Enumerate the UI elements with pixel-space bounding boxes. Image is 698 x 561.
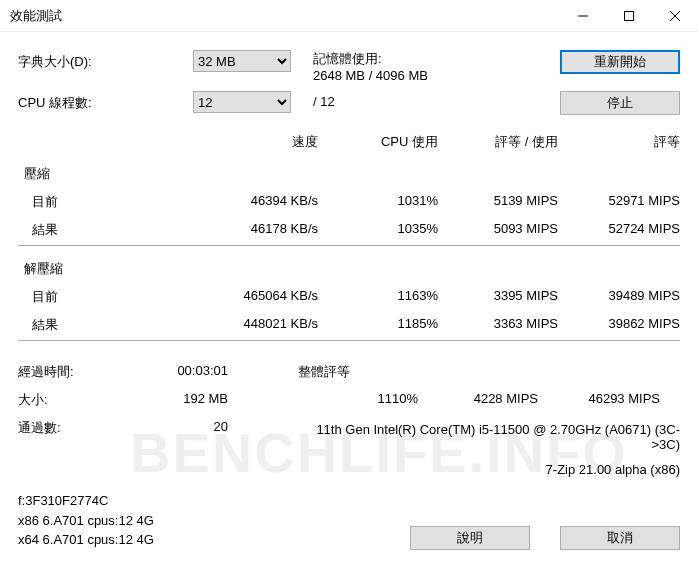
sys-line-2: x86 6.A701 cpus:12 4G bbox=[18, 511, 410, 531]
threads-total: / 12 bbox=[291, 91, 558, 109]
svg-rect-1 bbox=[625, 11, 634, 20]
threads-label: CPU 線程數: bbox=[18, 91, 193, 112]
cell-cpu: 1031% bbox=[318, 193, 438, 211]
cell-rating: 39862 MIPS bbox=[558, 316, 680, 334]
maximize-button[interactable] bbox=[606, 0, 652, 32]
passes-label: 通過數: bbox=[18, 419, 148, 437]
divider bbox=[18, 340, 680, 341]
stop-button[interactable]: 停止 bbox=[560, 91, 680, 115]
restart-button[interactable]: 重新開始 bbox=[560, 50, 680, 74]
elapsed-value: 00:03:01 bbox=[148, 363, 228, 381]
cell-cpu: 1163% bbox=[318, 288, 438, 306]
elapsed-label: 經過時間: bbox=[18, 363, 148, 381]
overall-rating: 46293 MIPS bbox=[538, 391, 660, 406]
minimize-button[interactable] bbox=[560, 0, 606, 32]
cell-cpu: 1185% bbox=[318, 316, 438, 334]
dict-size-select[interactable]: 32 MB bbox=[193, 50, 291, 72]
cpu-info-text: 11th Gen Intel(R) Core(TM) i5-11500 @ 2.… bbox=[298, 422, 680, 452]
close-button[interactable] bbox=[652, 0, 698, 32]
cell-rate: 5139 MIPS bbox=[438, 193, 558, 211]
decompress-section-label: 解壓縮 bbox=[18, 260, 680, 278]
row-label: 結果 bbox=[18, 316, 178, 334]
cell-cpu: 1035% bbox=[318, 221, 438, 239]
cell-speed: 46394 KB/s bbox=[178, 193, 318, 211]
sys-line-3: x64 6.A701 cpus:12 4G bbox=[18, 530, 410, 550]
cell-rate: 5093 MIPS bbox=[438, 221, 558, 239]
window-title: 效能測試 bbox=[10, 7, 560, 25]
memory-value: 2648 MB / 4096 MB bbox=[313, 68, 558, 83]
row-label: 目前 bbox=[18, 288, 178, 306]
table-row: 結果 46178 KB/s 1035% 5093 MIPS 52724 MIPS bbox=[18, 221, 680, 239]
cell-speed: 465064 KB/s bbox=[178, 288, 318, 306]
zip-info-text: 7-Zip 21.00 alpha (x86) bbox=[298, 462, 680, 477]
cell-rating: 52971 MIPS bbox=[558, 193, 680, 211]
size-label: 大小: bbox=[18, 391, 148, 409]
threads-select[interactable]: 12 bbox=[193, 91, 291, 113]
dict-size-label: 字典大小(D): bbox=[18, 50, 193, 71]
overall-row: 1110% 4228 MIPS 46293 MIPS bbox=[298, 391, 680, 406]
row-label: 目前 bbox=[18, 193, 178, 211]
cell-rate: 3395 MIPS bbox=[438, 288, 558, 306]
help-button[interactable]: 說明 bbox=[410, 526, 530, 550]
table-row: 結果 448021 KB/s 1185% 3363 MIPS 39862 MIP… bbox=[18, 316, 680, 334]
table-row: 目前 465064 KB/s 1163% 3395 MIPS 39489 MIP… bbox=[18, 288, 680, 306]
passes-value: 20 bbox=[148, 419, 228, 437]
sys-line-1: f:3F310F2774C bbox=[18, 491, 410, 511]
cell-rate: 3363 MIPS bbox=[438, 316, 558, 334]
memory-label: 記憶體使用: bbox=[313, 50, 558, 68]
cell-rating: 39489 MIPS bbox=[558, 288, 680, 306]
system-info: f:3F310F2774C x86 6.A701 cpus:12 4G x64 … bbox=[18, 491, 410, 550]
divider bbox=[18, 245, 680, 246]
titlebar: 效能測試 bbox=[0, 0, 698, 32]
col-rating: 評等 bbox=[558, 133, 680, 151]
table-row: 目前 46394 KB/s 1031% 5139 MIPS 52971 MIPS bbox=[18, 193, 680, 211]
compress-section-label: 壓縮 bbox=[18, 165, 680, 183]
cell-speed: 448021 KB/s bbox=[178, 316, 318, 334]
overall-cpu: 1110% bbox=[298, 391, 418, 406]
col-speed: 速度 bbox=[178, 133, 318, 151]
cell-speed: 46178 KB/s bbox=[178, 221, 318, 239]
size-value: 192 MB bbox=[148, 391, 228, 409]
cell-rating: 52724 MIPS bbox=[558, 221, 680, 239]
col-rate: 評等 / 使用 bbox=[438, 133, 558, 151]
overall-rate: 4228 MIPS bbox=[418, 391, 538, 406]
col-cpu: CPU 使用 bbox=[318, 133, 438, 151]
cancel-button[interactable]: 取消 bbox=[560, 526, 680, 550]
overall-label: 整體評等 bbox=[298, 363, 680, 381]
row-label: 結果 bbox=[18, 221, 178, 239]
benchmark-table: 速度 CPU 使用 評等 / 使用 評等 壓縮 目前 46394 KB/s 10… bbox=[18, 133, 680, 341]
